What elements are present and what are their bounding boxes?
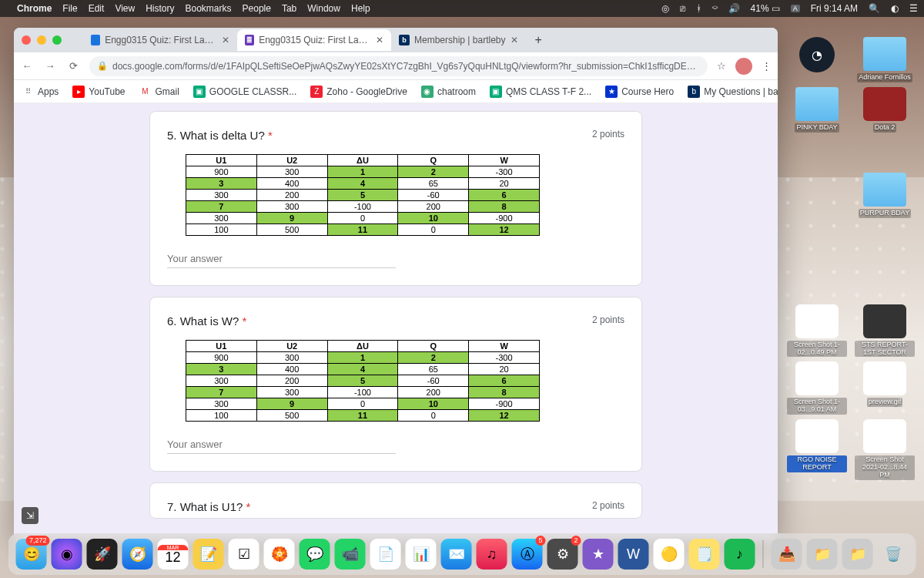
window-close[interactable] bbox=[22, 35, 31, 45]
finder-icon[interactable]: 😊7,272 bbox=[16, 539, 47, 570]
bartleby-icon: b bbox=[688, 86, 700, 98]
menu-tab[interactable]: Tab bbox=[282, 3, 296, 14]
tab-0[interactable]: 👤 Engg0315 Quiz: First Law Marc ✕ bbox=[83, 29, 237, 51]
chrome-icon[interactable]: 🟡 bbox=[654, 539, 685, 570]
folder-icon bbox=[863, 37, 906, 71]
calendar-icon[interactable]: MAR12 bbox=[158, 539, 189, 570]
answer-input-6[interactable] bbox=[167, 435, 396, 454]
back-button[interactable]: ← bbox=[20, 60, 34, 72]
notes-icon[interactable]: 📝 bbox=[193, 539, 224, 570]
youtube-icon: ▸ bbox=[72, 86, 85, 98]
cell: 2 bbox=[398, 166, 469, 178]
menu-history[interactable]: History bbox=[146, 3, 174, 14]
desktop-file[interactable]: preview.gif bbox=[855, 361, 915, 415]
messages-icon[interactable]: 💬 bbox=[300, 539, 330, 570]
downloads-icon[interactable]: 📥 bbox=[772, 539, 802, 570]
launchpad-icon[interactable]: 🚀 bbox=[87, 539, 118, 570]
close-icon[interactable]: ✕ bbox=[511, 35, 518, 45]
input-source[interactable]: A bbox=[791, 5, 800, 12]
menu-help[interactable]: Help bbox=[351, 3, 370, 14]
cell: 3 bbox=[186, 178, 257, 190]
desktop-folder[interactable]: PINKY BDAY bbox=[787, 87, 847, 133]
screen-record-icon[interactable]: ◎ bbox=[661, 3, 669, 14]
folder-icon[interactable]: 📁 bbox=[842, 539, 873, 570]
bookmark-bartleby[interactable]: bMy Questions | ba... bbox=[688, 86, 778, 98]
desktop-file[interactable]: Screen Shot 2021-02...8.44 PM bbox=[855, 419, 915, 480]
notif-icon[interactable]: ☰ bbox=[909, 3, 918, 14]
tab-2[interactable]: b Membership | bartleby ✕ bbox=[391, 29, 526, 51]
dota-app[interactable]: Dota 2 bbox=[855, 87, 915, 133]
mail-icon[interactable]: ✉️ bbox=[441, 539, 472, 570]
dota-icon bbox=[863, 87, 906, 121]
close-icon[interactable]: ✕ bbox=[222, 35, 229, 45]
forward-button[interactable]: → bbox=[43, 60, 57, 72]
bookmark-coursehero[interactable]: ★Course Hero bbox=[605, 86, 674, 98]
menu-edit[interactable]: Edit bbox=[89, 3, 105, 14]
sysprefs-icon[interactable]: ⚙︎2 bbox=[547, 539, 578, 570]
pages-icon[interactable]: 📄 bbox=[370, 539, 401, 570]
wifi-icon[interactable]: ⌔ bbox=[712, 3, 718, 14]
bookmark-zoho[interactable]: ZZoho - GoogleDrive bbox=[310, 86, 407, 98]
apps-shortcut[interactable]: ⠿Apps bbox=[22, 86, 59, 98]
desktop-folder[interactable]: PURPUR BDAY bbox=[855, 173, 915, 218]
window-zoom[interactable] bbox=[52, 35, 62, 45]
q-points: 2 points bbox=[592, 500, 624, 511]
safari-icon[interactable]: 🧭 bbox=[122, 539, 153, 570]
desktop-file[interactable]: RGO NOISE REPORT bbox=[787, 419, 847, 480]
answer-input-5[interactable] bbox=[167, 250, 396, 268]
tab-1[interactable]: ≣ Engg0315 Quiz: First Law Marc ✕ bbox=[237, 29, 391, 51]
col-header: U2 bbox=[256, 341, 327, 352]
facetime-icon[interactable]: 📹 bbox=[335, 539, 366, 570]
profile-avatar[interactable] bbox=[735, 58, 752, 75]
folder-icon[interactable]: 📁 bbox=[807, 539, 838, 570]
reload-button[interactable]: ⟳ bbox=[66, 60, 80, 72]
menu-file[interactable]: File bbox=[62, 3, 77, 14]
bookmark-youtube[interactable]: ▸YouTube bbox=[72, 86, 125, 98]
word-icon[interactable]: W bbox=[618, 539, 649, 570]
star-icon[interactable]: ☆ bbox=[717, 60, 726, 72]
cast-icon[interactable]: ⎚ bbox=[680, 3, 685, 14]
spotify-icon[interactable]: ♪ bbox=[725, 539, 755, 570]
cell: 12 bbox=[469, 410, 540, 422]
bluetooth-icon[interactable]: ᚼ bbox=[696, 3, 701, 14]
desktop-file[interactable]: Screen Shot 1-02...0.49 PM bbox=[787, 304, 847, 358]
desktop-folder[interactable]: Adriane Fornillos bbox=[855, 37, 915, 82]
music-icon[interactable]: ♫ bbox=[477, 539, 507, 570]
desktop-file[interactable]: Screen Shot 1-03...9.01 AM bbox=[787, 361, 847, 415]
address-bar[interactable]: 🔒 docs.google.com/forms/d/e/1FAIpQLSefti… bbox=[89, 56, 708, 76]
spotlight-icon[interactable]: 🔍 bbox=[869, 3, 880, 14]
reminders-icon[interactable]: ☑︎ bbox=[229, 539, 259, 570]
menu-bookmarks[interactable]: Bookmarks bbox=[186, 3, 232, 14]
bookmark-classroom[interactable]: ▣GOOGLE CLASSR... bbox=[193, 86, 296, 98]
cell: 10 bbox=[398, 398, 469, 410]
clock[interactable]: Fri 9:14 AM bbox=[811, 3, 858, 14]
window-minimize[interactable] bbox=[37, 35, 46, 45]
siri-icon[interactable]: ◉ bbox=[52, 539, 82, 570]
appstore-icon[interactable]: Ⓐ5 bbox=[512, 539, 543, 570]
remote-desktop-icon[interactable]: ⇲ bbox=[22, 507, 38, 524]
close-icon[interactable]: ✕ bbox=[376, 35, 383, 45]
bookmark-chatroom[interactable]: ◉chatroom bbox=[421, 86, 476, 98]
menu-view[interactable]: View bbox=[115, 3, 135, 14]
cell: 65 bbox=[398, 364, 469, 375]
desktop-file[interactable]: STS REPORT-1ST SECTOR bbox=[855, 304, 915, 358]
menu-window[interactable]: Window bbox=[307, 3, 340, 14]
col-header: Q bbox=[398, 155, 469, 166]
stickies-icon[interactable]: 🗒️ bbox=[689, 539, 720, 570]
image-icon bbox=[863, 361, 906, 395]
cell: 3 bbox=[186, 364, 257, 375]
photos-icon[interactable]: 🏵️ bbox=[264, 539, 295, 570]
menu-people[interactable]: People bbox=[243, 3, 271, 14]
battery-status[interactable]: 41% ▭ bbox=[751, 3, 780, 14]
numbers-icon[interactable]: 📊 bbox=[406, 539, 437, 570]
steam-app[interactable]: ◔ bbox=[787, 37, 847, 82]
volume-icon[interactable]: 🔊 bbox=[728, 3, 740, 14]
bookmark-qms[interactable]: ▣QMS CLASS T-F 2... bbox=[490, 86, 591, 98]
menu-icon[interactable]: ⋮ bbox=[762, 60, 772, 72]
bookmark-gmail[interactable]: MGmail bbox=[139, 86, 179, 98]
app-name[interactable]: Chrome bbox=[17, 3, 52, 14]
control-center-icon[interactable]: ◐ bbox=[891, 3, 899, 14]
app-icon[interactable]: ★ bbox=[583, 539, 614, 570]
trash-icon[interactable]: 🗑️ bbox=[878, 539, 909, 570]
new-tab-button[interactable]: + bbox=[531, 33, 547, 47]
